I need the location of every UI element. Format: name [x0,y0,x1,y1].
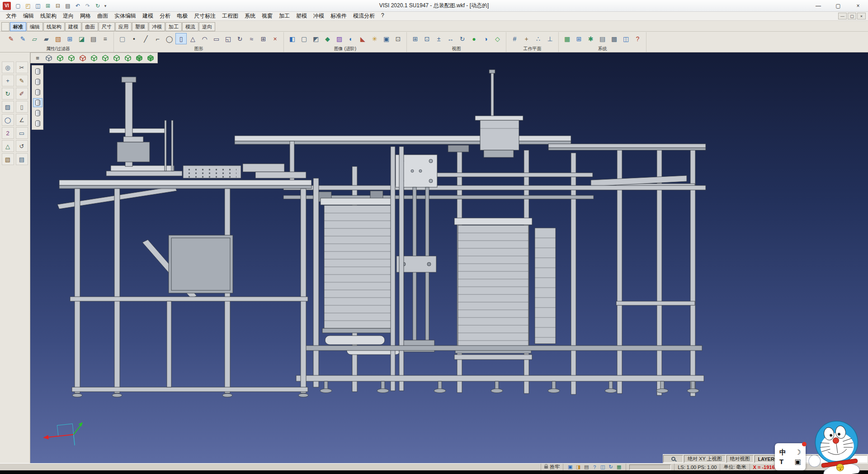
rotate-view-icon[interactable]: ↻ [457,33,468,44]
cone-icon[interactable]: △ [187,33,198,44]
save-icon[interactable]: ◫ [33,1,42,10]
undo-icon[interactable]: ↶ [73,1,82,10]
menu-item[interactable]: 模流分析 [350,12,378,20]
ribbon-tab[interactable]: 塑膜 [132,22,148,31]
tab-overflow-icon[interactable] [1,22,9,31]
ribbon-tab[interactable]: 建模 [65,22,81,31]
layers-tool-icon[interactable]: ▤ [16,153,28,165]
move-tool-icon[interactable]: + [2,75,14,86]
color-filter-icon[interactable]: ▧ [52,33,64,44]
layer-manager-icon[interactable]: ⊞ [64,33,75,44]
ime-text-tool-icon[interactable]: T [779,458,783,465]
clipboard-icon[interactable]: ▣ [566,464,574,470]
filter-all-icon[interactable] [33,119,42,128]
system-help-icon[interactable]: ? [632,33,643,44]
circle-icon[interactable]: ◯ [164,33,175,44]
child-restore-button[interactable]: ▢ [848,13,856,19]
macro-icon[interactable]: ▩ [609,33,620,44]
chamfer-tool-icon[interactable]: △ [2,140,14,152]
help-status-icon[interactable]: ? [591,464,598,470]
workplane-align-icon[interactable]: + [521,33,532,44]
ribbon-tab[interactable]: 逆向 [199,22,215,31]
new-file-icon[interactable]: ▢ [14,1,23,10]
print-icon[interactable]: ▤ [63,1,72,10]
database-icon[interactable]: ◫ [620,33,632,44]
pen-tool-icon[interactable]: ✐ [16,88,28,100]
import-icon[interactable]: ⊞ [43,1,52,10]
fill-tool-icon[interactable]: ▨ [2,101,14,113]
sheet-tool-icon[interactable]: ▯ [16,101,28,113]
ribbon-tab[interactable]: 加工 [165,22,182,31]
workplane-grid-icon[interactable]: # [509,33,520,44]
view-shade-mode-icon[interactable] [43,53,54,62]
boolean-icon[interactable]: ⊞ [258,33,269,44]
shaded-view-icon[interactable]: ◧ [287,33,298,44]
grid-status-icon[interactable]: ▦ [615,464,623,470]
point-icon[interactable]: • [128,33,140,44]
workplane-normal-icon[interactable]: ⊥ [544,33,556,44]
snap-settings-icon[interactable]: ⊞ [573,33,585,44]
menu-item[interactable]: 编辑 [20,12,37,20]
zoom-window-icon[interactable]: ⊡ [421,33,433,44]
ribbon-tab[interactable]: 标准 [10,22,26,31]
filter-point-icon[interactable] [33,67,42,76]
view-iso-icon[interactable] [123,53,133,62]
menu-item[interactable]: 加工 [276,12,293,20]
export-icon[interactable]: ⊟ [53,1,62,10]
edit-properties-icon[interactable]: ✎ [5,33,17,44]
pan-icon[interactable]: ↔ [445,33,456,44]
filter-solid-icon[interactable] [33,98,42,107]
layers-status-icon[interactable]: ◫ [599,464,606,470]
menu-item[interactable]: 系统 [241,12,259,20]
print-status-icon[interactable]: ▤ [583,464,590,470]
lighting-icon[interactable]: ✳ [369,33,380,44]
polyline-icon[interactable]: ⌐ [152,33,163,44]
trim-tool-icon[interactable]: ✂ [16,62,28,73]
view-top-icon[interactable] [55,53,66,62]
view-back-icon[interactable] [100,53,111,62]
cad-model-machine[interactable] [30,52,868,463]
delete-geometry-icon[interactable]: × [269,33,281,44]
child-minimize-button[interactable]: — [838,13,847,19]
menu-item[interactable]: 曲面 [94,12,111,20]
ribbon-tab[interactable]: 线架构 [43,22,65,31]
ribbon-tab[interactable]: 模流 [182,22,198,31]
render-icon[interactable]: ◆ [322,33,333,44]
menu-item[interactable]: 标准件 [327,12,350,20]
wireframe-view-icon[interactable]: ▢ [298,33,310,44]
section-view-icon[interactable]: ◣ [357,33,368,44]
image-status-icon[interactable]: ◨ [575,464,582,470]
menu-item[interactable]: 线架构 [37,12,60,20]
zoom-in-out-icon[interactable]: ± [433,33,444,44]
rotate-tool-icon[interactable]: ↻ [2,88,14,100]
snap-lock-toggle[interactable]: 拴牢 [541,464,563,470]
sketch-tool-icon[interactable]: ✎ [16,75,28,86]
system-config-icon[interactable]: ✱ [585,33,596,44]
element-filter-icon[interactable]: ▰ [41,33,52,44]
palette-tool-icon[interactable]: ▧ [2,153,14,165]
ime-toolbox-icon[interactable]: ▣ [795,458,801,466]
view-plane-pane[interactable]: 绝对 XY 上视图 [684,455,726,463]
angle-tool-icon[interactable]: ∠ [16,114,28,126]
menu-item[interactable]: 视窗 [259,12,276,20]
visibility-filter-icon[interactable]: ◪ [76,33,87,44]
ribbon-tab[interactable]: 应用 [115,22,132,31]
menu-item[interactable]: 网格 [77,12,94,20]
sphere-icon[interactable]: ◠ [199,33,210,44]
cylinder-icon[interactable]: ▯ [175,33,187,44]
filter-options-icon[interactable]: ≡ [99,33,111,44]
refresh-icon[interactable]: ↻ [93,1,102,10]
minimize-button[interactable]: — [808,0,828,11]
axonometric-icon[interactable]: ◇ [492,33,503,44]
ribbon-tab[interactable]: 曲面 [82,22,98,31]
snapshot-icon[interactable]: ⊡ [392,33,404,44]
zoom-tool-icon[interactable]: ◎ [2,62,14,73]
ruler-tool-icon[interactable]: ▭ [16,127,28,139]
attributes-table-icon[interactable]: ▤ [88,33,99,44]
ime-night-mode-icon[interactable]: ☽ [795,448,801,456]
copy-properties-icon[interactable]: ✎ [17,33,28,44]
view-left-icon[interactable] [89,53,99,62]
ime-language-button[interactable]: 中 [779,448,786,457]
ribbon-tab[interactable]: 冲模 [149,22,165,31]
filter-wire-icon[interactable] [33,77,42,86]
